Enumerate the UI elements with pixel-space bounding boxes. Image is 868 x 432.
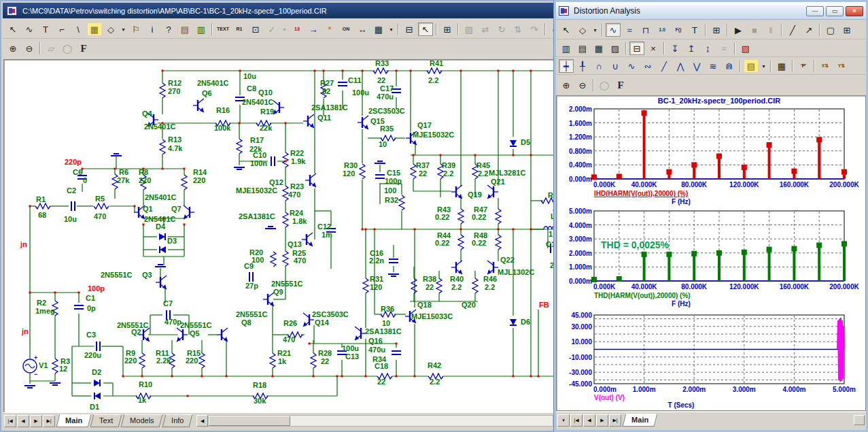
cursor-mode-icon[interactable]: ┿ — [559, 59, 574, 73]
scrollbar-thumb[interactable] — [209, 416, 290, 426]
tab-main[interactable]: Main — [623, 414, 658, 427]
next-point-cursor-icon[interactable]: ╀ — [575, 59, 590, 73]
attribute-display-toggle[interactable]: R1 — [232, 22, 247, 36]
world-icon[interactable]: ◯ — [60, 41, 75, 55]
pin-connection-toggle[interactable]: ↔ — [355, 22, 370, 36]
prev-page-button[interactable]: ◀ — [583, 414, 595, 427]
peak-icon[interactable]: ∩ — [591, 59, 606, 73]
go-to-performance-icon[interactable]: 'P' — [796, 59, 811, 73]
flip-vertical-icon[interactable]: ⇅ — [510, 22, 525, 36]
scope-region-icon[interactable]: ▢ — [823, 23, 838, 37]
full-grid-icon[interactable]: ▦ — [591, 41, 606, 55]
properties-icon[interactable]: ⊞ — [709, 23, 724, 37]
top-envelope-icon[interactable]: ⋒ — [722, 59, 737, 73]
numeric-output-icon[interactable]: ▦ — [774, 59, 789, 73]
text-display-toggle[interactable]: TEXT — [215, 22, 230, 36]
zoom-in-icon[interactable]: ⊕ — [5, 41, 20, 55]
global-high-icon[interactable]: ⋀ — [673, 59, 688, 73]
sine-plot-icon[interactable]: ∿ — [606, 23, 621, 37]
properties-icon[interactable]: ⊞ — [440, 22, 455, 36]
dotted-grid-icon[interactable]: ▨ — [608, 41, 623, 55]
x-scale-icon[interactable]: X⇅ — [818, 59, 833, 73]
component-mode-icon[interactable]: ▦ — [87, 22, 102, 36]
condition-display-toggle[interactable]: * — [322, 22, 337, 36]
rotate-icon[interactable]: ↻ — [494, 22, 509, 36]
align-cursors-icon[interactable]: ≈ — [716, 41, 731, 55]
tab-text[interactable]: Text — [90, 414, 122, 427]
select-tool-icon[interactable]: ↖ — [5, 22, 20, 36]
shape-mode-icon[interactable]: ◇ — [103, 22, 118, 36]
zoom-out-icon[interactable]: ⊖ — [575, 78, 590, 92]
help-mode-icon[interactable]: ? — [161, 22, 176, 36]
scrollbar-end-button[interactable] — [854, 415, 865, 425]
current-display-toggle[interactable]: 13 — [290, 22, 305, 36]
font-icon[interactable]: F — [613, 78, 628, 92]
diagonal-line-icon[interactable]: \ — [71, 22, 86, 36]
tag-right-cursor-icon[interactable]: ↥ — [684, 41, 699, 55]
y-scale-icon[interactable]: Y⇅ — [834, 59, 849, 73]
split-window-icon[interactable]: ⊟ — [402, 22, 417, 36]
maximize-button[interactable]: ▭ — [826, 6, 844, 16]
schematic-canvas[interactable]: +− R122702N5401CQ610uC8Q102N5401CR16100k… — [3, 59, 555, 415]
stop-icon[interactable]: ■ — [747, 23, 762, 37]
tab-info[interactable]: Info — [162, 414, 192, 427]
grid-toggle[interactable]: ▦ — [371, 22, 386, 36]
grid-dropdown-icon[interactable]: ▾ — [387, 22, 395, 36]
on-state-toggle[interactable]: ON — [338, 22, 353, 36]
scroll-left-button[interactable]: ◀ — [196, 415, 208, 427]
text-mode-icon[interactable]: T — [687, 23, 702, 37]
tab-list-dropdown[interactable]: ▾ — [557, 414, 570, 427]
box-select-icon[interactable]: ▧ — [462, 22, 476, 36]
tab-main[interactable]: Main — [56, 414, 92, 427]
pan-mode-icon[interactable]: ↖ — [418, 22, 433, 36]
branch-dropdown-icon[interactable]: ▾ — [760, 59, 767, 73]
tag-both-cursor-icon[interactable]: ↨ — [700, 41, 715, 55]
run-icon[interactable]: ▶ — [731, 23, 746, 37]
minimize-button[interactable]: — — [806, 6, 824, 16]
global-low-icon[interactable]: ⋁ — [689, 59, 704, 73]
select-tool-icon[interactable]: ↖ — [559, 23, 574, 37]
vertical-grid-icon[interactable]: ▥ — [559, 41, 574, 55]
multi-wave-icon[interactable]: ≈ — [622, 23, 637, 37]
shape-dropdown-icon[interactable]: ▾ — [120, 22, 127, 36]
node-voltage-toggle[interactable]: ✓ — [264, 22, 279, 36]
measure-line-icon[interactable]: ↗ — [801, 23, 816, 37]
wire-mode-icon[interactable]: ∿ — [22, 22, 37, 36]
low-icon[interactable]: ∾ — [640, 59, 655, 73]
orthogonal-wire-icon[interactable]: ⌐ — [54, 22, 69, 36]
pause-icon[interactable]: ‖ — [763, 23, 778, 37]
info-page-icon[interactable]: ▤ — [177, 22, 192, 36]
tag-left-cursor-icon[interactable]: ↧ — [667, 41, 682, 55]
first-page-button[interactable]: |◀ — [570, 414, 583, 427]
last-page-button[interactable]: ▶| — [609, 414, 621, 427]
next-page-button[interactable]: ▶ — [30, 415, 42, 427]
flag-mode-icon[interactable]: ⚐ — [128, 22, 143, 36]
tab-models[interactable]: Models — [121, 414, 163, 427]
high-icon[interactable]: ∿ — [624, 59, 639, 73]
zoom-in-icon[interactable]: ⊕ — [559, 78, 574, 92]
horizontal-grid-icon[interactable]: ▤ — [575, 41, 590, 55]
step-plot-icon[interactable]: 1.0 — [655, 23, 670, 37]
bottom-envelope-icon[interactable]: ≋ — [706, 59, 721, 73]
data-point-grid-icon[interactable]: ⊞ — [839, 23, 854, 37]
valley-icon[interactable]: ∪ — [608, 59, 623, 73]
power-display-toggle[interactable]: → — [306, 22, 321, 36]
first-page-button[interactable]: |◀ — [4, 415, 16, 427]
next-page-button[interactable]: ▶ — [596, 414, 608, 427]
line-tool-icon[interactable]: ╱ — [785, 23, 800, 37]
prev-page-button[interactable]: ◀ — [17, 415, 29, 427]
world-icon[interactable]: ◯ — [597, 78, 612, 92]
schematic-titlebar[interactable]: C:\MC9\DATA\Petrov\switching distortion\… — [3, 3, 556, 18]
open-folder-icon[interactable]: ▱ — [44, 41, 58, 55]
performance-window-icon[interactable]: ▧ — [738, 41, 753, 55]
square-wave-icon[interactable]: ⊓ — [638, 23, 653, 37]
analysis-titlebar[interactable]: Distortion Analysis —▭× — [556, 2, 866, 20]
mirror-icon[interactable]: ↷ — [527, 22, 542, 36]
text-mode-icon[interactable]: T — [38, 22, 53, 36]
node-number-toggle[interactable]: ⊡ — [248, 22, 263, 36]
horizontal-scrollbar[interactable] — [208, 415, 553, 427]
baseline-icon[interactable]: ⊟ — [629, 41, 644, 55]
font-icon[interactable]: F — [76, 41, 91, 55]
info-mode-icon[interactable]: i — [145, 22, 160, 36]
flip-horizontal-icon[interactable]: ⇄ — [478, 22, 493, 36]
